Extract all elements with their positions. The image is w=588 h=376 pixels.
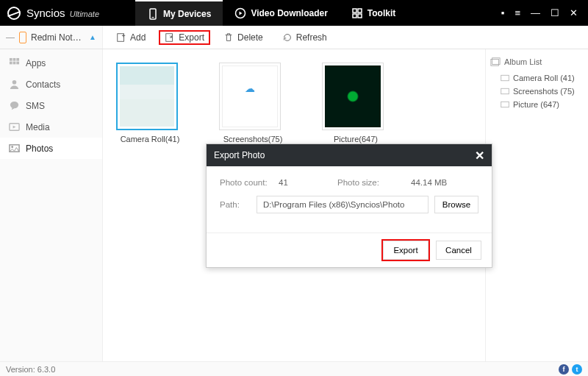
- album-screenshots[interactable]: Screenshots(75): [219, 63, 287, 143]
- svg-rect-4: [358, 9, 362, 13]
- album-thumb: [116, 63, 178, 130]
- photo-count-value: 41: [279, 178, 337, 187]
- tab-label: Toolkit: [368, 8, 395, 18]
- device-icon: [19, 32, 26, 43]
- album-caption: Camera Roll(41): [116, 135, 184, 143]
- album-camera-roll[interactable]: Camera Roll(41): [116, 63, 184, 143]
- close-icon[interactable]: ✕: [570, 7, 578, 18]
- toolbar-row: — Redmi Note 5 ▲ Add Export Delete Refre…: [0, 26, 588, 49]
- chevron-up-icon: ▲: [89, 33, 96, 41]
- phone-icon: [147, 8, 159, 20]
- window-controls: ▪ ≡ — ☐ ✕: [501, 7, 588, 18]
- app-logo-icon: [7, 7, 21, 20]
- menu-icon[interactable]: ≡: [514, 7, 520, 18]
- dialog-body: Photo count: 41 Photo size: 44.14 MB Pat…: [207, 166, 492, 233]
- photo-count-label: Photo count:: [220, 178, 279, 187]
- svg-rect-10: [13, 58, 16, 61]
- dialog-footer: Export Cancel: [207, 233, 492, 267]
- svg-rect-24: [501, 102, 509, 107]
- app-edition: Ultimate: [70, 10, 99, 18]
- tab-label: My Devices: [163, 9, 211, 19]
- path-input[interactable]: [257, 196, 429, 213]
- export-icon: [165, 32, 175, 43]
- svg-rect-5: [353, 14, 356, 18]
- minimize-icon[interactable]: —: [531, 7, 540, 18]
- svg-rect-7: [118, 33, 124, 41]
- dash-icon: —: [6, 32, 15, 43]
- svg-rect-11: [16, 58, 19, 61]
- dialog-close-button[interactable]: ✕: [475, 149, 484, 163]
- right-panel: Album List Camera Roll (41) Screenshots …: [485, 49, 588, 361]
- sidebar-item-apps[interactable]: Apps: [0, 52, 102, 74]
- tab-toolkit[interactable]: Toolkit: [340, 0, 407, 26]
- tab-video-downloader[interactable]: Video Downloader: [223, 0, 339, 26]
- add-label: Add: [130, 32, 146, 43]
- photos-icon: [9, 143, 20, 154]
- delete-label: Delete: [237, 32, 263, 43]
- tab-label: Video Downloader: [251, 8, 327, 18]
- message-icon[interactable]: ▪: [501, 7, 505, 18]
- album-thumb: [219, 63, 281, 130]
- album-list-title: Album List: [504, 57, 542, 66]
- sidebar-label: Apps: [26, 58, 46, 68]
- sidebar-label: Contacts: [26, 79, 60, 90]
- twitter-icon[interactable]: t: [572, 364, 582, 375]
- export-dialog: Export Photo ✕ Photo count: 41 Photo siz…: [206, 143, 492, 268]
- browse-button[interactable]: Browse: [434, 196, 478, 213]
- svg-rect-13: [13, 62, 16, 65]
- svg-rect-12: [10, 62, 12, 65]
- sms-icon: [9, 100, 20, 111]
- status-bar: Version: 6.3.0 f t: [0, 361, 588, 376]
- export-button[interactable]: Export: [159, 30, 210, 45]
- album-list-item-picture[interactable]: Picture (647): [490, 98, 584, 111]
- svg-rect-14: [16, 62, 19, 65]
- photo-icon: [501, 100, 509, 109]
- contacts-icon: [9, 79, 20, 90]
- sidebar-item-photos[interactable]: Photos: [0, 138, 102, 159]
- dialog-header: Export Photo ✕: [207, 144, 492, 166]
- maximize-icon[interactable]: ☐: [551, 7, 559, 18]
- device-name: Redmi Note 5: [31, 32, 85, 43]
- album-list-icon: [490, 57, 501, 67]
- album-list-item-screenshots[interactable]: Screenshots (75): [490, 85, 584, 98]
- trash-icon: [223, 32, 234, 43]
- photo-size-label: Photo size:: [337, 178, 411, 187]
- svg-point-15: [12, 80, 17, 85]
- album-caption: Screenshots(75): [219, 135, 287, 143]
- album-list-header: Album List: [490, 57, 584, 67]
- cancel-button[interactable]: Cancel: [436, 241, 481, 260]
- add-button[interactable]: Add: [110, 30, 151, 45]
- refresh-button[interactable]: Refresh: [276, 30, 333, 45]
- sidebar-label: Media: [26, 122, 50, 132]
- svg-rect-6: [358, 14, 362, 18]
- tab-my-devices[interactable]: My Devices: [135, 0, 223, 26]
- export-confirm-button[interactable]: Export: [383, 241, 429, 260]
- photo-size-value: 44.14 MB: [411, 178, 447, 187]
- dialog-title: Export Photo: [214, 150, 265, 160]
- titlebar: Syncios Ultimate My Devices Video Downlo…: [0, 0, 588, 26]
- album-list-label: Screenshots (75): [513, 87, 575, 96]
- album-picture[interactable]: Picture(647): [322, 63, 390, 143]
- svg-rect-3: [353, 9, 356, 13]
- add-icon: [116, 32, 126, 43]
- dialog-path-row: Path: Browse: [220, 196, 478, 213]
- album-list-item-camera[interactable]: Camera Roll (41): [490, 71, 584, 85]
- facebook-icon[interactable]: f: [559, 364, 569, 375]
- sidebar-item-contacts[interactable]: Contacts: [0, 74, 102, 95]
- sidebar: Apps Contacts SMS Media Photos: [0, 49, 103, 361]
- delete-button[interactable]: Delete: [218, 30, 269, 45]
- social-links: f t: [559, 364, 582, 375]
- dialog-info-row: Photo count: 41 Photo size: 44.14 MB: [220, 178, 478, 187]
- media-icon: [9, 121, 20, 132]
- play-circle-icon: [234, 7, 246, 19]
- device-selector[interactable]: — Redmi Note 5 ▲: [0, 26, 103, 49]
- sidebar-item-sms[interactable]: SMS: [0, 95, 102, 116]
- album-thumb: [322, 63, 384, 130]
- sidebar-item-media[interactable]: Media: [0, 116, 102, 138]
- app-name-text: Syncios: [26, 7, 65, 19]
- app-name: Syncios Ultimate: [26, 7, 99, 19]
- svg-point-16: [10, 102, 18, 108]
- album-list-label: Picture (647): [513, 100, 559, 109]
- svg-rect-22: [501, 75, 509, 81]
- main-tabs: My Devices Video Downloader Toolkit: [135, 0, 407, 26]
